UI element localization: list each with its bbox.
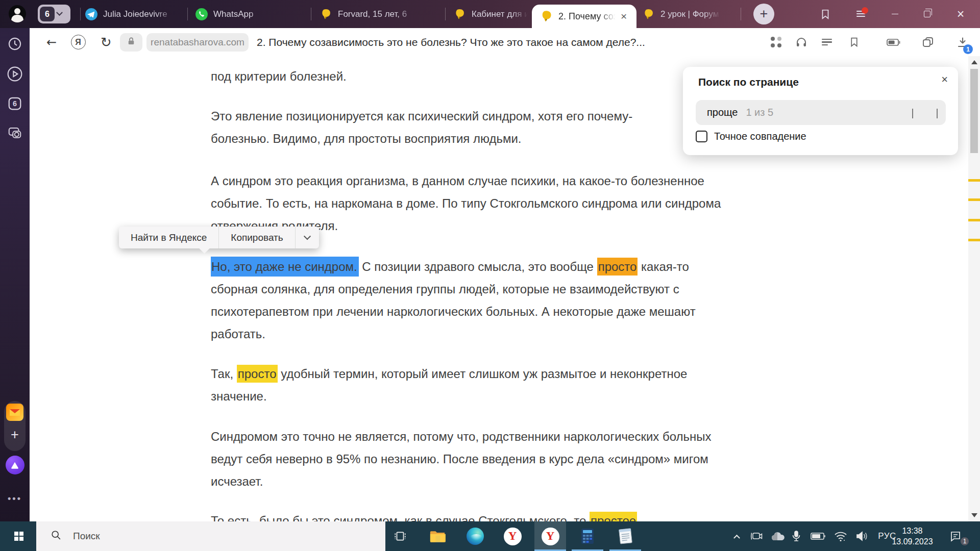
browser-tab-active[interactable]: 2. Почему соз × [532,5,636,28]
site-favicon [540,10,553,23]
copy-button[interactable]: Копировать [219,227,295,248]
find-match-highlight: просто [237,365,278,383]
more-options-icon[interactable]: ••• [0,493,30,504]
find-match-marker [968,219,980,221]
back-button[interactable]: ← [43,28,60,56]
time-text: 13:38 [902,525,922,536]
browser-tab-whatsapp[interactable]: WhatsApp [195,0,272,28]
calculator-button[interactable] [572,521,603,551]
alice-assistant-icon[interactable] [0,456,30,474]
file-explorer-button[interactable] [422,521,453,551]
headphones-listen-icon[interactable] [790,28,813,56]
browser-tab-urok[interactable]: 2 урок | Форум р [642,0,729,28]
battery-icon[interactable] [809,521,827,551]
address-bar[interactable]: renatabasharova.com [146,33,249,52]
screen-record-icon[interactable] [749,521,765,551]
notepad-button[interactable] [609,521,641,551]
tab-counter[interactable]: 6 [38,5,70,23]
date-text: 13.09.2023 [892,536,933,547]
bookmarks-bar-icon[interactable] [820,8,831,22]
more-actions-button[interactable] [296,227,319,248]
taskbar-clock[interactable]: 13:38 13.09.2023 [888,521,937,551]
find-match-highlight: простое [590,512,637,521]
microphone-icon[interactable] [789,521,804,551]
edge-browser-button[interactable] [459,521,491,551]
close-tab-icon[interactable]: × [621,11,627,21]
site-security-lock[interactable] [120,33,142,52]
window-close-button[interactable]: × [948,0,973,28]
find-match-marker [968,179,980,182]
tab-divider [445,8,446,20]
action-center-icon[interactable]: 1 [945,521,966,551]
windows-taskbar: Поиск Y Y [0,521,980,551]
exact-match-label: Точное совпадение [714,131,806,142]
sidebar-add-icon[interactable]: + [0,427,30,443]
tab-count-badge: 6 [40,7,55,21]
find-on-page-panel: Поиск по странице × проще 1 из 5 Точное … [683,67,958,155]
window-restore-button[interactable] [914,0,940,28]
article-line: ведут себя неверно в 95% по незнанию. По… [211,448,708,470]
task-view-button[interactable] [384,521,416,551]
scrollbar-thumb[interactable] [970,69,978,153]
lock-icon [127,36,136,48]
onedrive-cloud-icon[interactable] [769,521,786,551]
find-previous-button[interactable] [912,109,913,118]
profile-avatar-icon[interactable] [9,5,26,22]
site-favicon [642,8,655,21]
article-line: событие. То есть, на наркомана в доме. П… [211,192,721,215]
yandex-collections-icon[interactable] [765,28,787,56]
browser-tab-forvard[interactable]: Forvard, 15 лет, 6 [320,0,427,28]
article-line: Но, это даже не синдром. С позиции здрав… [211,256,689,278]
exact-match-row: Точное совпадение [696,131,806,142]
notification-dot [862,7,868,14]
yandex-mail-icon[interactable] [0,404,30,421]
chevron-down-icon [56,9,63,16]
site-favicon [453,8,467,21]
windows-logo-icon [14,532,23,541]
find-input[interactable]: проще 1 из 5 [696,100,946,125]
yandex-browser-button[interactable]: Y [497,521,528,551]
reader-mode-icon[interactable] [816,28,838,56]
browser-tab-telegram[interactable]: Julia Joiedevivre [85,0,183,28]
close-icon[interactable]: × [941,73,948,86]
find-next-button[interactable] [937,109,938,118]
history-clock-icon[interactable] [0,37,30,51]
article-line: значение. [211,385,267,408]
url-text: renatabasharova.com [151,37,244,48]
yandex-y-icon: Y [542,528,559,545]
search-placeholder: Поиск [73,531,100,542]
yandex-browser-active-button[interactable]: Y [534,521,566,551]
start-button[interactable] [4,521,34,551]
video-play-icon[interactable] [0,66,30,82]
reload-button[interactable]: ↻ [97,28,115,56]
page-scrollbar[interactable] [968,56,980,521]
find-panel-title: Поиск по странице [698,76,799,88]
wifi-icon[interactable] [832,521,849,551]
chevron-up-icon [912,109,913,118]
shared-tabs-icon[interactable] [917,28,939,56]
scroll-down-icon[interactable] [971,513,977,517]
scroll-up-icon[interactable] [971,60,977,64]
text-selection: Но, это даже не синдром. [211,257,359,277]
article-line: А синдром это реакция организма, в данно… [211,170,704,192]
window-minimize-button[interactable] [882,0,908,28]
svg-text:6: 6 [13,99,17,108]
yandex-services-button[interactable]: Я [69,28,87,56]
bookmark-page-icon[interactable] [843,28,865,56]
tray-expand-icon[interactable] [731,521,742,551]
screenshot-camera-icon[interactable] [0,126,30,141]
volume-icon[interactable] [853,521,871,551]
clipped-text-line: осудне грудкругуж [30,56,846,61]
tabs-panel-icon[interactable]: 6 [0,96,30,111]
browser-sidebar: 6 + ••• [0,28,30,521]
browser-toolbar: ← Я ↻ renatabasharova.com 2. Почему соза… [30,28,980,56]
exact-match-checkbox[interactable] [696,131,707,142]
downloads-button[interactable]: 1 [951,28,974,56]
notifications-panel-icon[interactable] [856,9,865,18]
article-line: исчезает. [211,470,263,493]
taskbar-search-box[interactable]: Поиск [36,521,385,551]
new-tab-button[interactable]: + [753,4,774,24]
telegram-icon [85,8,98,21]
browser-tab-kabinet[interactable]: Кабинет для изл [453,0,531,28]
battery-saver-icon[interactable] [883,28,905,56]
